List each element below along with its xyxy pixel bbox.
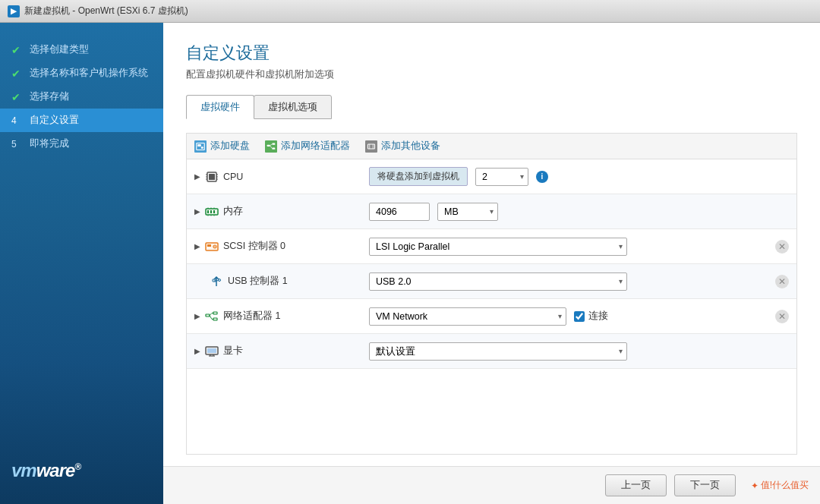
app-icon: ▶	[8, 5, 20, 17]
svg-rect-3	[267, 144, 270, 146]
svg-rect-37	[206, 314, 210, 317]
scsi-expand-arrow[interactable]: ▶	[194, 242, 200, 250]
scsi-remove-icon[interactable]: ✕	[775, 240, 789, 254]
step-num-4: 4	[11, 115, 24, 126]
display-type-select[interactable]: 默认设置 VMSVGA	[369, 342, 627, 361]
sidebar-item-1[interactable]: ✔ 选择创建类型	[0, 38, 163, 61]
scsi-type-wrapper: LSI Logic Parallel LSI Logic SAS VMware …	[369, 238, 627, 256]
cpu-icon	[205, 172, 219, 182]
memory-label: 内存	[223, 205, 243, 218]
network-remove-icon[interactable]: ✕	[775, 310, 789, 323]
usb-remove-icon[interactable]: ✕	[775, 275, 789, 288]
device-row-memory: ▶	[187, 194, 796, 229]
add-network-icon	[265, 140, 277, 153]
svg-line-41	[210, 315, 212, 319]
memory-unit-select[interactable]: MB GB	[437, 203, 498, 221]
net-expand-arrow[interactable]: ▶	[194, 312, 200, 320]
device-toolbar: 添加硬盘 添加网络适配器	[186, 133, 797, 159]
network-label: 网络适配器 1	[223, 310, 280, 323]
display-icon	[205, 346, 219, 357]
add-network-button[interactable]: 添加网络适配器	[265, 140, 350, 153]
cpu-device-left: ▶	[187, 165, 361, 188]
window-title: 新建虚拟机 - OpenWrt (ESXi 6.7 虚拟机)	[24, 5, 188, 17]
sidebar-item-4[interactable]: 4 自定义设置	[0, 109, 163, 132]
vmware-logo: vmware®	[11, 460, 80, 481]
sidebar-label-5: 即将完成	[30, 137, 69, 150]
next-page-button[interactable]: 下一页	[674, 474, 736, 496]
usb-device-left: USB 控制器 1	[187, 269, 361, 294]
display-label: 显卡	[223, 345, 243, 358]
main-container: ✔ 选择创建类型 ✔ 选择名称和客户机操作系统 ✔ 选择存储 4 自定义设置 5…	[0, 23, 820, 504]
cpu-info-icon[interactable]: i	[536, 171, 548, 183]
sidebar-item-2[interactable]: ✔ 选择名称和客户机操作系统	[0, 61, 163, 85]
prev-page-button[interactable]: 上一页	[605, 474, 667, 496]
device-row-display: ▶ 显卡	[187, 334, 796, 369]
connect-checkbox[interactable]	[574, 311, 585, 322]
display-type-wrapper: 默认设置 VMSVGA	[369, 342, 627, 361]
mem-expand-arrow[interactable]: ▶	[194, 207, 200, 216]
watermark-icon: ✦	[751, 480, 758, 491]
connect-label: 连接	[574, 310, 608, 323]
scsi-type-select[interactable]: LSI Logic Parallel LSI Logic SAS VMware …	[369, 238, 627, 256]
svg-rect-1	[197, 144, 201, 146]
net-device-right: VM Network Management Network 连接 ✕	[361, 301, 796, 332]
add-disk-button[interactable]: 添加硬盘	[194, 140, 250, 153]
sidebar-item-3[interactable]: ✔ 选择存储	[0, 85, 163, 109]
display-device-left: ▶ 显卡	[187, 339, 361, 364]
tab-options[interactable]: 虚拟机选项	[254, 95, 332, 119]
scsi-label: SCSI 控制器 0	[223, 240, 285, 253]
mem-device-left: ▶	[187, 199, 361, 224]
add-other-label: 添加其他设备	[381, 140, 440, 153]
cpu-count-wrapper: 2 1 4 8	[475, 168, 528, 186]
titlebar: ▶ 新建虚拟机 - OpenWrt (ESXi 6.7 虚拟机)	[0, 0, 820, 23]
device-row-usb: USB 控制器 1 USB 2.0 USB 3.0 USB 3.1 ✕	[187, 264, 796, 299]
watermark-text: 值!什么值买	[761, 479, 809, 492]
add-disk-label: 添加硬盘	[210, 140, 250, 153]
network-icon	[205, 311, 219, 322]
add-other-button[interactable]: 添加其他设备	[365, 140, 440, 153]
scsi-icon	[205, 241, 219, 252]
tab-bar: 虚拟硬件 虚拟机选项	[186, 95, 797, 119]
sidebar-item-5[interactable]: 5 即将完成	[0, 132, 163, 156]
add-disk-to-vm-button[interactable]: 将硬盘添加到虚拟机	[369, 167, 468, 186]
svg-rect-8	[368, 144, 375, 149]
step-num-5: 5	[11, 139, 24, 150]
network-name-select[interactable]: VM Network Management Network	[369, 307, 566, 326]
svg-line-6	[270, 143, 273, 145]
svg-point-2	[201, 146, 203, 149]
check-icon-3: ✔	[11, 91, 24, 103]
device-table: ▶	[186, 159, 797, 455]
svg-rect-22	[213, 210, 215, 213]
content-panel: 自定义设置 配置虚拟机硬件和虚拟机附加选项 虚拟硬件 虚拟机选项	[163, 23, 820, 466]
check-icon-2: ✔	[11, 68, 24, 80]
display-device-right: 默认设置 VMSVGA	[361, 336, 796, 367]
connect-text: 连接	[588, 310, 608, 323]
add-disk-icon	[194, 140, 207, 153]
cpu-device-right: 将硬盘添加到虚拟机 2 1 4 8 i	[361, 161, 796, 192]
memory-icon	[205, 206, 219, 217]
tab-hardware[interactable]: 虚拟硬件	[186, 95, 254, 119]
cpu-expand-arrow[interactable]: ▶	[194, 172, 200, 181]
add-network-label: 添加网络适配器	[281, 140, 350, 153]
svg-point-34	[219, 279, 221, 281]
content-area: 自定义设置 配置虚拟机硬件和虚拟机附加选项 虚拟硬件 虚拟机选项	[163, 23, 820, 504]
svg-rect-30	[207, 244, 211, 247]
sidebar-label-4: 自定义设置	[30, 114, 79, 127]
net-name-wrapper: VM Network Management Network	[369, 307, 566, 326]
display-expand-arrow[interactable]: ▶	[194, 347, 200, 355]
cpu-count-select[interactable]: 2 1 4 8	[475, 168, 528, 186]
scsi-device-right: LSI Logic Parallel LSI Logic SAS VMware …	[361, 232, 796, 262]
memory-value-input[interactable]	[369, 203, 430, 221]
mem-unit-wrapper: MB GB	[437, 203, 498, 221]
usb-version-select[interactable]: USB 2.0 USB 3.0 USB 3.1	[369, 272, 627, 291]
check-icon-1: ✔	[11, 44, 24, 56]
add-other-icon	[365, 140, 377, 153]
svg-rect-38	[213, 312, 217, 314]
usb-label: USB 控制器 1	[228, 275, 288, 288]
page-title: 自定义设置	[186, 42, 797, 65]
svg-rect-5	[273, 147, 276, 149]
usb-version-wrapper: USB 2.0 USB 3.0 USB 3.1	[369, 272, 627, 291]
usb-icon	[210, 276, 223, 287]
watermark: ✦ 值!什么值买	[751, 479, 809, 492]
svg-rect-20	[207, 210, 209, 213]
